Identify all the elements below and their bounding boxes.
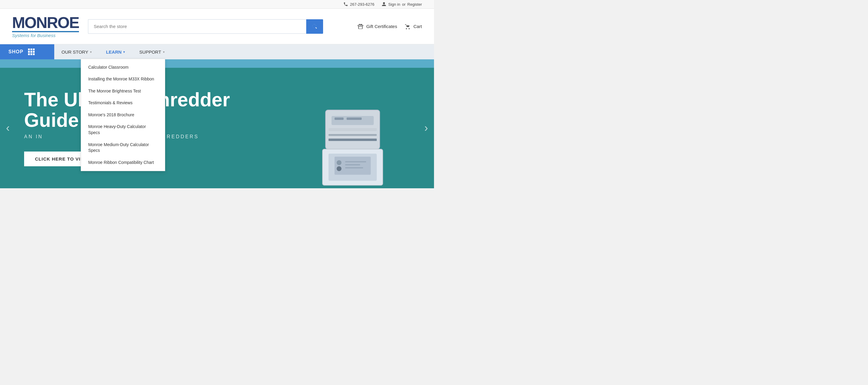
search-area <box>88 19 323 34</box>
logo[interactable]: MONROE Systems for Business <box>12 15 79 38</box>
header: MONROE Systems for Business Gift Certifi… <box>0 9 434 44</box>
dropdown-item-5[interactable]: Monroe Heavy-Duty Calculator Specs <box>81 121 165 138</box>
svg-rect-4 <box>329 128 377 131</box>
header-actions: Gift Certificates Cart <box>357 23 422 30</box>
phone-item[interactable]: 267-293-6276 <box>343 2 374 7</box>
dropdown-item-7[interactable]: Monroe Ribbon Compatibility Chart <box>81 157 165 169</box>
svg-rect-13 <box>345 164 360 165</box>
svg-rect-5 <box>329 134 377 136</box>
logo-brand: MONROE <box>12 15 79 30</box>
svg-rect-6 <box>329 138 377 141</box>
svg-rect-1 <box>332 116 374 125</box>
svg-rect-3 <box>347 118 362 120</box>
register-link[interactable]: Register <box>407 2 422 7</box>
nav-item-learn[interactable]: LEARN ▾ <box>99 45 132 59</box>
logo-underline <box>12 31 79 32</box>
support-label: SUPPORT <box>139 50 161 55</box>
hero-btn-label: CLICK HERE TO VIEW <box>35 156 88 161</box>
svg-rect-12 <box>345 161 366 162</box>
carousel-next-button[interactable]: › <box>421 119 431 137</box>
dropdown-item-3[interactable]: Testimonials & Reviews <box>81 97 165 109</box>
dropdown-item-2[interactable]: The Monroe Brightness Test <box>81 85 165 97</box>
our-story-chevron: ▾ <box>90 50 92 54</box>
svg-rect-9 <box>335 157 371 175</box>
nav-items: OUR STORY ▾ LEARN ▾ Calculator Classroom… <box>54 44 172 59</box>
cart-link[interactable]: Cart <box>404 23 422 30</box>
dropdown-item-1[interactable]: Installing the Monroe M33X Ribbon <box>81 73 165 85</box>
search-button[interactable] <box>306 19 323 34</box>
gift-icon <box>357 23 364 30</box>
svg-point-11 <box>337 166 341 171</box>
grid-icon <box>28 49 35 55</box>
dropdown-item-6[interactable]: Monroe Medium-Duty Calculator Specs <box>81 139 165 157</box>
nav-item-our-story[interactable]: OUR STORY ▾ <box>54 45 99 59</box>
gift-certificates-label: Gift Certificates <box>366 24 397 29</box>
gift-certificates-link[interactable]: Gift Certificates <box>357 23 397 30</box>
svg-rect-2 <box>335 118 344 120</box>
our-story-label: OUR STORY <box>61 50 88 55</box>
carousel-prev-button[interactable]: ‹ <box>3 119 13 137</box>
or-text: or <box>402 2 406 7</box>
search-input[interactable] <box>88 19 306 34</box>
learn-dropdown-menu: Calculator ClassroomInstalling the Monro… <box>81 59 165 171</box>
shop-button[interactable]: SHOP <box>0 44 54 59</box>
svg-point-10 <box>337 160 341 165</box>
logo-subtitle: Systems for Business <box>12 33 79 38</box>
support-chevron: ▾ <box>163 50 164 54</box>
hero-machine-image <box>307 92 398 188</box>
learn-chevron: ▾ <box>123 50 125 54</box>
svg-rect-14 <box>345 167 363 168</box>
search-icon <box>312 24 318 30</box>
dropdown-item-4[interactable]: Monroe's 2018 Brochure <box>81 109 165 121</box>
learn-label: LEARN <box>106 50 122 55</box>
cart-icon <box>404 23 411 30</box>
signin-link[interactable]: Sign in <box>388 2 400 7</box>
nav-bar: SHOP OUR STORY ▾ LEARN ▾ Calculator Clas… <box>0 44 434 59</box>
top-bar: 267-293-6276 Sign in or Register <box>0 0 434 9</box>
blue-banner <box>0 59 434 68</box>
hero-section: ‹ The Ultimate Shredder Guide AN INTRODU… <box>0 68 434 188</box>
auth-item[interactable]: Sign in or Register <box>381 2 422 7</box>
dropdown-item-0[interactable]: Calculator Classroom <box>81 61 165 73</box>
learn-dropdown-wrapper: LEARN ▾ Calculator ClassroomInstalling t… <box>99 45 132 59</box>
nav-item-support[interactable]: SUPPORT ▾ <box>132 45 172 59</box>
cart-label: Cart <box>413 24 422 29</box>
shop-label: SHOP <box>8 49 23 55</box>
user-icon <box>381 2 386 7</box>
phone-icon <box>343 2 348 7</box>
phone-number: 267-293-6276 <box>350 2 374 7</box>
